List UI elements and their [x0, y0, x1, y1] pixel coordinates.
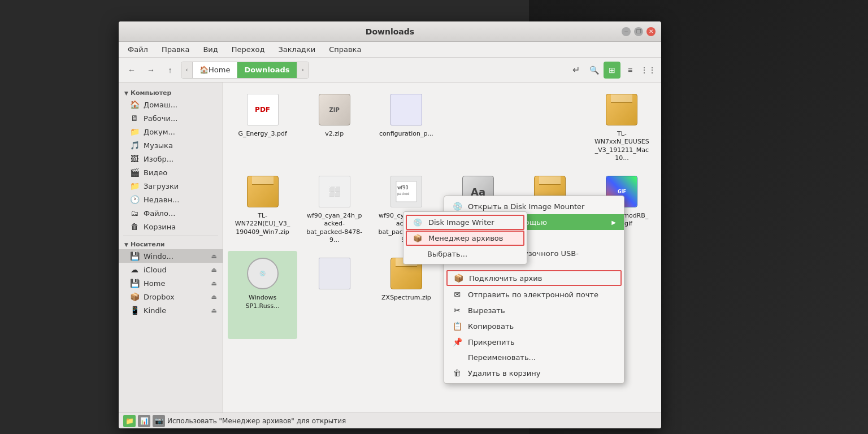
ctx-pin[interactable]: 📌 Прикрепить	[444, 334, 624, 350]
back-button[interactable]: ←	[123, 62, 140, 79]
window-controls: – ❐ ✕	[622, 27, 656, 36]
list-item[interactable]: ZIP v2.zip	[300, 87, 369, 167]
menu-edit[interactable]: Правка	[159, 44, 192, 55]
desktop-sidebar-icon: 🖥	[130, 114, 139, 123]
minimize-button[interactable]: –	[622, 27, 631, 36]
dropbox-icon: 📦	[130, 292, 139, 301]
sidebar-item-dropbox[interactable]: 📦 Dropbox ⏏	[119, 290, 223, 303]
ctx-mount-archive[interactable]: 📦 Подключить архив	[446, 270, 622, 286]
sidebar-item-icloud[interactable]: ☁ iCloud ⏏	[119, 263, 223, 276]
music-sidebar-icon: 🎵	[130, 141, 139, 150]
list-item[interactable]: ⬜⬜⬜⬜ wf90_cyan_24h_packed-bat_packed-847…	[300, 169, 369, 249]
statusbar-icon3[interactable]: 📷	[153, 415, 165, 427]
sidebar-item-video[interactable]: 🎬 Видео	[119, 166, 223, 179]
maximize-button[interactable]: ❐	[634, 27, 643, 36]
home-sidebar-icon: 🏠	[130, 100, 139, 109]
close-button[interactable]: ✕	[646, 27, 656, 36]
menubar: Файл Правка Вид Переход Закладки Справка	[119, 42, 661, 58]
dropbox-eject-icon[interactable]: ⏏	[211, 293, 217, 301]
sidebar-item-music[interactable]: 🎵 Музыка	[119, 138, 223, 152]
breadcrumb-bar: ‹ 🏠 Home Downloads ›	[181, 62, 309, 79]
sidebar-item-documents[interactable]: 📁 Докум...	[119, 125, 223, 138]
file-icon-zip2	[245, 173, 281, 210]
sidebar-item-trash[interactable]: 🗑 Корзина	[119, 220, 223, 233]
titlebar: Downloads – ❐ ✕	[119, 21, 661, 42]
file-icon-doc2	[316, 255, 353, 292]
pin-icon: 📌	[452, 337, 462, 346]
ctx-copy[interactable]: 📋 Копировать	[444, 318, 624, 334]
search-button[interactable]: 🔍	[585, 62, 602, 79]
submenu-archive-manager[interactable]: 📦 Менеджер архивов	[406, 231, 524, 246]
menu-bookmarks[interactable]: Закладки	[276, 44, 318, 55]
list-item[interactable]	[300, 251, 369, 338]
file-icon-zip: ZIP	[316, 92, 353, 128]
sidebar-item-pictures[interactable]: 🖼 Изобр...	[119, 152, 223, 166]
ctx-cut[interactable]: ✂ Вырезать	[444, 302, 624, 318]
sidebar-item-home[interactable]: 🏠 Домаш...	[119, 98, 223, 111]
list-item[interactable]: TL-WN7xxN_EUUSES_V3_191211_Mac10...	[587, 87, 657, 167]
svg-text:packed: packed	[397, 192, 410, 196]
up-button[interactable]: ↑	[162, 62, 179, 79]
sidebar-item-kindle[interactable]: 📱 Kindle ⏏	[119, 303, 223, 317]
ctx-send-email[interactable]: ✉ Отправить по электронной почте	[444, 287, 624, 302]
sidebar-item-downloads[interactable]: 📁 Загрузки	[119, 179, 223, 193]
sidebar-item-files[interactable]: 🗂 Файло...	[119, 206, 223, 220]
recent-sidebar-icon: 🕐	[130, 195, 139, 204]
sidebar-item-desktop[interactable]: 🖥 Рабочи...	[119, 111, 223, 125]
copy-icon: 📋	[452, 322, 462, 331]
ctx-rename[interactable]: Переименовать...	[444, 350, 624, 365]
list-item[interactable]: configuration_p...	[371, 87, 441, 167]
toolbar: ← → ↑ ‹ 🏠 Home Downloads › ↵ 🔍 ⊞ ≡ ⋮⋮	[119, 58, 661, 83]
view-compact-button[interactable]: ⋮⋮	[640, 62, 657, 79]
icloud-eject-icon[interactable]: ⏏	[211, 266, 217, 274]
ctx-delete[interactable]: 🗑 Удалить в корзину	[444, 365, 624, 381]
forward-button[interactable]: →	[142, 62, 159, 79]
downloads-sidebar-icon: 📁	[130, 181, 139, 190]
file-icon-iso: 💿	[245, 255, 281, 292]
delete-icon: 🗑	[452, 368, 462, 377]
view-list-button[interactable]: ≡	[622, 62, 639, 79]
list-item[interactable]: 💿 Windows SP1.Russ...	[228, 251, 297, 338]
view-grid-button[interactable]: ⊞	[604, 62, 620, 79]
sidebar: Компьютер 🏠 Домаш... 🖥 Рабочи... 📁 Докум…	[119, 83, 223, 413]
kindle-eject-icon[interactable]: ⏏	[211, 307, 217, 314]
sidebar-section-computer[interactable]: Компьютер	[119, 87, 223, 98]
statusbar-icon2[interactable]: 📊	[138, 415, 150, 427]
breadcrumb-prev-arrow[interactable]: ‹	[181, 62, 193, 79]
file-manager-window: Downloads – ❐ ✕ Файл Правка Вид Переход …	[119, 21, 661, 428]
disk-writer-icon: 💿	[413, 218, 423, 227]
submenu: 💿 Disk Image Writer 📦 Менеджер архивов В…	[403, 211, 527, 264]
archive-mount-icon: 📦	[453, 274, 463, 283]
sidebar-section-media[interactable]: Носители	[119, 238, 223, 249]
submenu-choose[interactable]: Выбрать...	[403, 246, 527, 262]
breadcrumb-next-arrow[interactable]: ›	[297, 62, 309, 79]
file-icon-wf1: ⬜⬜⬜⬜	[316, 173, 353, 210]
list-item[interactable]: TL-WN722N(EU)_V3_190409_Win7.zip	[228, 169, 297, 249]
list-item[interactable]	[515, 87, 585, 167]
menu-view[interactable]: Вид	[201, 44, 220, 55]
statusbar: 📁 📊 📷 Использовать "Менеджер архивов" дл…	[119, 413, 661, 428]
breadcrumb-downloads[interactable]: Downloads	[237, 62, 297, 79]
menu-file[interactable]: Файл	[125, 44, 150, 55]
file-icon-pdf: PDF	[245, 92, 281, 128]
files-sidebar-icon: 🗂	[130, 209, 139, 218]
windows-eject-icon[interactable]: ⏏	[211, 253, 217, 260]
statusbar-icon1[interactable]: 📁	[123, 415, 136, 427]
archive-manager-icon: 📦	[413, 234, 423, 242]
home-drive-icon: 💾	[130, 279, 139, 288]
menu-help[interactable]: Справка	[327, 44, 363, 55]
sidebar-item-recent[interactable]: 🕐 Недавн...	[119, 193, 223, 206]
home-eject-icon[interactable]: ⏏	[211, 280, 217, 287]
breadcrumb-home[interactable]: 🏠 Home	[193, 62, 237, 79]
list-item[interactable]	[443, 87, 513, 167]
menu-go[interactable]: Переход	[229, 44, 267, 55]
pictures-sidebar-icon: 🖼	[130, 154, 139, 163]
cut-icon: ✂	[452, 306, 462, 315]
list-item[interactable]: PDF G_Energy_3.pdf	[228, 87, 297, 167]
path-entry-button[interactable]: ↵	[567, 62, 584, 79]
disk-image-icon: 💿	[452, 202, 462, 211]
sidebar-item-home-drive[interactable]: 💾 Home ⏏	[119, 276, 223, 290]
submenu-disk-writer[interactable]: 💿 Disk Image Writer	[406, 215, 524, 230]
statusbar-text: Использовать "Менеджер архивов" для откр…	[167, 417, 346, 425]
sidebar-item-windows[interactable]: 💾 Windo... ⏏	[119, 249, 223, 263]
